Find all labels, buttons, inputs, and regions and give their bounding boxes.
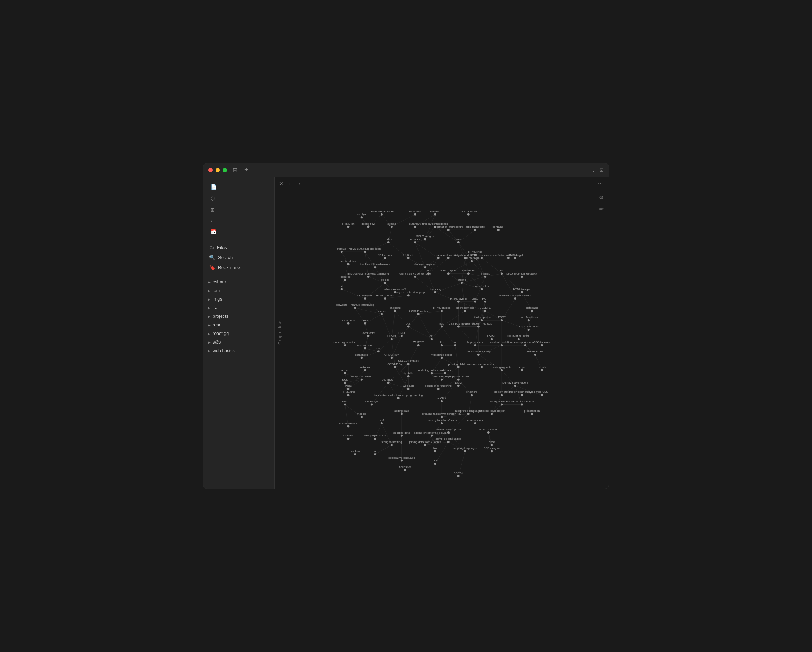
svg-point-485 — [401, 460, 403, 462]
svg-point-213 — [474, 229, 476, 231]
bookmarks-label: Bookmarks — [218, 265, 241, 270]
svg-text:HTML entities: HTML entities — [433, 306, 450, 310]
svg-text:moneycorp interview prep: moneycorp interview prep — [392, 291, 425, 294]
close-button[interactable] — [208, 168, 213, 172]
svg-point-345 — [441, 344, 443, 347]
svg-text:SELECT syntax: SELECT syntax — [398, 359, 418, 362]
svg-point-347 — [454, 344, 456, 347]
svg-text:HTML attributes: HTML attributes — [519, 325, 539, 328]
svg-point-451 — [474, 422, 476, 424]
svg-point-269 — [521, 291, 523, 293]
svg-point-243 — [374, 266, 376, 269]
sidebar-item-bookmarks[interactable]: 🔖 Bookmarks — [206, 263, 272, 272]
sidebar-icon-terminal[interactable]: ›_ — [206, 216, 272, 226]
svg-text:heuristics: heuristics — [399, 466, 411, 469]
folder-lfa[interactable]: ▶ lfa — [203, 304, 275, 312]
sidebar-icon-calendar[interactable]: 📅 — [206, 227, 272, 237]
svg-point-415 — [541, 394, 543, 396]
svg-text:models: models — [357, 412, 366, 415]
search-icon: 🔍 — [209, 255, 215, 260]
svg-text:params: params — [377, 310, 387, 313]
svg-point-419 — [347, 388, 349, 390]
svg-point-245 — [424, 266, 426, 269]
svg-point-457 — [430, 435, 433, 437]
svg-point-215 — [498, 229, 500, 231]
folder-imgs-label: imgs — [213, 297, 222, 302]
svg-text:dns resolver: dns resolver — [357, 344, 373, 347]
svg-point-315 — [528, 319, 530, 321]
folder-imgs[interactable]: ▶ imgs — [203, 295, 275, 304]
folder-w3s[interactable]: ▶ w3s — [203, 338, 275, 347]
sidebar-icon-grid[interactable]: ⊞ — [206, 205, 272, 215]
svg-text:Untitled: Untitled — [343, 434, 353, 437]
svg-text:service: service — [337, 247, 346, 250]
close-panel-button[interactable]: ✕ — [279, 181, 284, 186]
folder-projects[interactable]: ▶ projects — [203, 312, 275, 321]
svg-text:steps: steps — [519, 366, 525, 369]
back-button[interactable]: ← — [288, 181, 293, 186]
svg-point-299 — [484, 310, 486, 312]
svg-text:client-side vs server-side: client-side vs server-side — [399, 272, 431, 275]
svg-text:adding or removing columns: adding or removing columns — [414, 431, 450, 434]
svg-text:santander: santander — [462, 269, 475, 272]
folder-react-gg[interactable]: ▶ react.gg — [203, 329, 275, 338]
svg-text:elements vs components: elements vs components — [499, 294, 531, 297]
svg-text:interview prep sesh: interview prep sesh — [413, 263, 438, 266]
svg-point-449 — [441, 422, 443, 424]
more-options-button[interactable]: ··· — [598, 180, 604, 187]
folder-list: ▶ csharp ▶ ibm ▶ imgs ▶ lfa ▶ projects — [203, 276, 275, 356]
svg-text:inline style: inline style — [365, 400, 379, 403]
svg-point-287 — [484, 301, 486, 303]
svg-point-379 — [541, 369, 543, 371]
folder-web-basics[interactable]: ▶ web basics — [203, 347, 275, 355]
svg-text:second censai feedback: second censai feedback — [507, 272, 537, 275]
chevron-down-icon[interactable]: ⌄ — [592, 167, 595, 173]
svg-point-289 — [514, 298, 516, 299]
svg-text:information architecture: information architecture — [433, 225, 464, 228]
minimize-button[interactable] — [215, 168, 220, 172]
maximize-button[interactable] — [223, 168, 227, 172]
svg-text:PATCH: PATCH — [487, 334, 496, 337]
folder-projects-label: projects — [213, 314, 228, 319]
svg-point-433 — [360, 416, 363, 418]
svg-point-405 — [408, 388, 409, 390]
svg-point-469 — [447, 441, 450, 443]
svg-point-325 — [528, 328, 530, 331]
svg-point-453 — [347, 425, 349, 428]
sidebar-toggle-icon[interactable]: ⊟ — [233, 166, 237, 173]
folder-csharp[interactable]: ▶ csharp — [203, 278, 275, 286]
svg-point-383 — [394, 366, 396, 368]
graph-icon: ⬡ — [211, 195, 215, 201]
svg-point-247 — [447, 272, 450, 275]
svg-text:HTML styling: HTML styling — [450, 297, 467, 300]
sidebar-icon-graph[interactable]: ⬡ — [206, 193, 272, 203]
svg-text:Untitled: Untitled — [403, 253, 413, 257]
sidebar-item-files[interactable]: 🗂 Files — [206, 242, 272, 252]
chevron-icon: ▶ — [208, 289, 211, 293]
svg-text:alters: alters — [341, 368, 348, 372]
folder-react[interactable]: ▶ react — [203, 321, 275, 329]
svg-text:DELETE: DELETE — [479, 306, 491, 310]
svg-point-363 — [534, 354, 536, 356]
new-tab-button[interactable]: + — [244, 166, 249, 174]
svg-text:seeding data: seeding data — [394, 431, 410, 434]
grid-view-icon[interactable]: ⊡ — [600, 167, 604, 173]
svg-text:ftp: ftp — [440, 341, 444, 344]
folder-ibm[interactable]: ▶ ibm — [203, 286, 275, 295]
titlebar: ⊟ + ⌄ ⊡ — [203, 163, 609, 177]
forward-button[interactable]: → — [296, 181, 301, 186]
svg-point-495 — [508, 257, 510, 259]
svg-point-423 — [441, 400, 443, 403]
svg-text:http: http — [439, 322, 444, 325]
svg-point-311 — [481, 319, 483, 321]
svg-text:er: er — [427, 269, 430, 272]
graph-canvas[interactable]: evelynprofile vid structureMD stuffssite… — [275, 177, 609, 489]
sidebar-item-search[interactable]: 🔍 Search — [206, 252, 272, 263]
sidebar-icon-new-file[interactable]: 📄 — [206, 182, 272, 192]
svg-text:hostname: hostname — [359, 366, 372, 369]
svg-point-499 — [471, 260, 473, 262]
svg-point-301 — [531, 310, 533, 312]
graph-area[interactable]: ✕ ← → ··· ⚙ ✏ Graph view evelynprofile v… — [275, 177, 609, 489]
svg-point-203 — [368, 226, 369, 228]
svg-text:HTML quotation elements: HTML quotation elements — [349, 247, 382, 250]
